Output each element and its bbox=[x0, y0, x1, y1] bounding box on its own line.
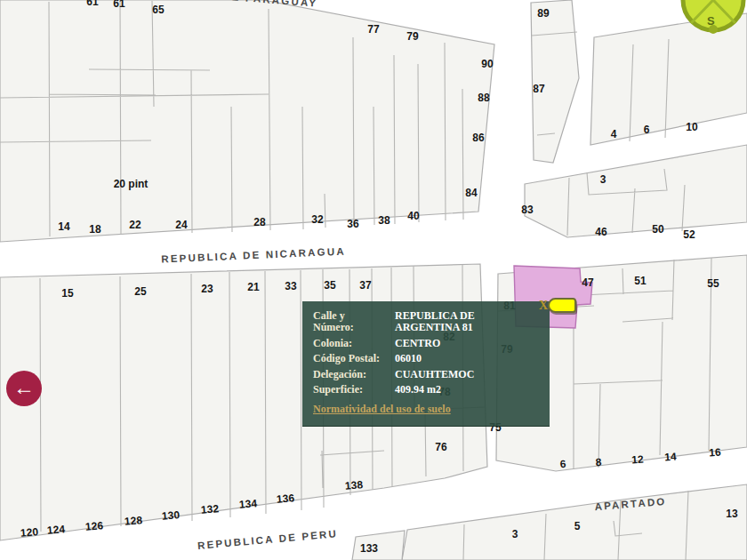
city-block bbox=[0, 0, 494, 242]
popup-row-value: 06010 bbox=[395, 353, 539, 364]
city-block bbox=[590, 13, 747, 145]
popup-row: Código Postal: 06010 bbox=[313, 353, 539, 364]
popup-row-label: Calle y Número: bbox=[313, 310, 388, 334]
popup-row: Delegación: CUAUHTEMOC bbox=[313, 369, 539, 380]
map[interactable] bbox=[0, 0, 747, 560]
normatividad-link[interactable]: Normatividad del uso de suelo bbox=[313, 403, 451, 416]
parcel-info-popup: X Calle y Número: REPUBLICA DE ARGENTINA… bbox=[302, 301, 550, 427]
city-block bbox=[352, 531, 405, 560]
popup-row: Calle y Número: REPUBLICA DE ARGENTINA 8… bbox=[313, 310, 539, 334]
popup-close-button[interactable]: X bbox=[539, 299, 548, 313]
popup-row-value: CUAUHTEMOC bbox=[395, 369, 539, 380]
left-arrow-icon: ← bbox=[13, 377, 35, 398]
popup-row: Colonia: CENTRO bbox=[313, 338, 539, 349]
popup-row-value: REPUBLICA DE ARGENTINA 81 bbox=[395, 310, 539, 334]
popup-row-label: Colonia: bbox=[313, 338, 388, 349]
city-block bbox=[525, 145, 747, 237]
selected-parcel-marker[interactable] bbox=[548, 298, 576, 313]
popup-row-label: Código Postal: bbox=[313, 353, 388, 364]
popup-row-label: Superficie: bbox=[313, 384, 388, 396]
pan-left-button[interactable]: ← bbox=[6, 371, 42, 406]
city-block bbox=[402, 484, 747, 560]
popup-row: Superficie: 409.94 m2 bbox=[313, 384, 539, 396]
map-viewer: 6161657779899087888684834610346505220 pi… bbox=[0, 0, 747, 560]
popup-row-value: CENTRO bbox=[395, 338, 539, 349]
popup-rows: Calle y Número: REPUBLICA DE ARGENTINA 8… bbox=[313, 310, 539, 396]
city-block bbox=[531, 0, 579, 163]
popup-row-label: Delegación: bbox=[313, 369, 388, 380]
popup-row-value: 409.94 m2 bbox=[395, 384, 539, 396]
